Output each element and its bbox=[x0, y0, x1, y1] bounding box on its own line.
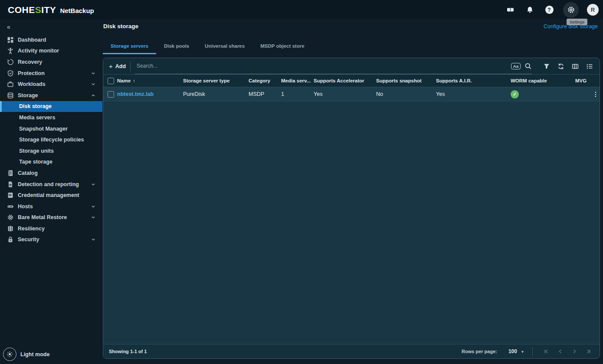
search-input[interactable] bbox=[135, 63, 511, 69]
sidebar-item-catalog[interactable]: Catalog bbox=[0, 167, 102, 179]
match-case-toggle[interactable]: Aa bbox=[511, 63, 521, 69]
help-icon[interactable]: ? bbox=[544, 4, 555, 16]
row-checkbox[interactable] bbox=[108, 91, 114, 98]
add-button[interactable]: + Add bbox=[109, 63, 126, 69]
shield-icon bbox=[7, 70, 14, 77]
sun-icon bbox=[3, 348, 16, 361]
column-header-mvg[interactable]: MVG bbox=[575, 78, 593, 83]
tab-bar: Storage servers Disk pools Universal sha… bbox=[103, 39, 312, 54]
first-page-button[interactable] bbox=[541, 346, 552, 357]
table-toolbar: + Add Aa bbox=[103, 58, 600, 75]
toolbar-divider bbox=[130, 62, 131, 71]
rows-per-page-label: Rows per page: bbox=[462, 349, 497, 354]
previous-page-button[interactable] bbox=[555, 346, 566, 357]
chevron-down-icon bbox=[91, 237, 95, 242]
product-name: NetBackup bbox=[60, 7, 94, 14]
chevron-down-icon bbox=[91, 82, 95, 86]
worm-capable-check-icon: ✓ bbox=[511, 90, 519, 98]
sidebar-item-workloads[interactable]: Workloads bbox=[0, 79, 102, 90]
sidebar-collapse-button[interactable]: « bbox=[0, 20, 17, 33]
search-field: Aa bbox=[135, 58, 532, 74]
chevron-up-icon bbox=[91, 93, 95, 98]
plus-icon: + bbox=[109, 63, 113, 69]
user-avatar[interactable]: R bbox=[587, 4, 599, 16]
sidebar-item-protection[interactable]: Protection bbox=[0, 68, 102, 79]
tab-msdp-object-store[interactable]: MSDP object store bbox=[252, 39, 312, 54]
license-ticket-icon[interactable] bbox=[505, 4, 516, 16]
cell-storage-server-type: PureDisk bbox=[183, 91, 249, 97]
tab-storage-servers[interactable]: Storage servers bbox=[103, 39, 156, 54]
sidebar-item-media-servers[interactable]: Media servers bbox=[0, 112, 102, 123]
sidebar-item-storage-units[interactable]: Storage units bbox=[0, 145, 102, 157]
column-header-supports-accelerator[interactable]: Supports Accelerator bbox=[314, 78, 376, 83]
sidebar-item-tape-storage[interactable]: Tape storage bbox=[0, 157, 102, 168]
last-page-button[interactable] bbox=[583, 346, 594, 357]
cell-supports-accelerator: Yes bbox=[314, 91, 376, 97]
sidebar-item-snapshot-manager[interactable]: Snapshot Manager bbox=[0, 123, 102, 134]
columns-icon[interactable] bbox=[571, 62, 579, 70]
brand-logo: COHESITY NetBackup bbox=[8, 5, 94, 15]
sidebar-item-dashboard[interactable]: Dashboard bbox=[0, 34, 102, 46]
next-page-button[interactable] bbox=[569, 346, 580, 357]
footer-divider bbox=[532, 347, 533, 356]
column-header-storage-server-type[interactable]: Storage server type bbox=[183, 78, 249, 83]
sidebar-item-credential-management[interactable]: Credential management bbox=[0, 190, 102, 201]
credential-key-icon bbox=[7, 192, 14, 199]
sidebar-item-activity-monitor[interactable]: Activity monitor bbox=[0, 46, 102, 57]
gear-wrench-icon bbox=[7, 214, 14, 221]
main-content: Disk storage Configure disk storage Stor… bbox=[102, 20, 603, 364]
sidebar: « Dashboard Activity monitor Recovery Pr… bbox=[0, 20, 102, 364]
column-header-supports-snapshot[interactable]: Supports snapshot bbox=[376, 78, 436, 83]
table-empty-area bbox=[103, 102, 600, 344]
dashboard-icon bbox=[7, 36, 14, 43]
table-row: nbtest.tmz.lab PureDisk MSDP 1 Yes No Ye… bbox=[103, 87, 600, 102]
storage-server-name-link[interactable]: nbtest.tmz.lab bbox=[117, 91, 154, 97]
column-header-media-servers[interactable]: Media serv... bbox=[281, 78, 314, 83]
showing-count: Showing 1-1 of 1 bbox=[109, 349, 147, 354]
sidebar-item-recovery[interactable]: Recovery bbox=[0, 56, 102, 68]
column-header-worm-capable[interactable]: WORM capable bbox=[511, 78, 575, 83]
resiliency-cylinder-icon bbox=[7, 225, 14, 232]
sidebar-item-bare-metal-restore[interactable]: Bare Metal Restore bbox=[0, 212, 102, 223]
storage-servers-table-card: + Add Aa bbox=[103, 58, 600, 359]
rows-per-page-select[interactable]: 100 ▾ bbox=[508, 348, 524, 354]
search-icon[interactable] bbox=[524, 62, 532, 70]
notifications-bell-icon[interactable] bbox=[524, 4, 535, 16]
table-footer: Showing 1-1 of 1 Rows per page: 100 ▾ bbox=[103, 344, 600, 358]
chevron-down-icon bbox=[91, 215, 95, 220]
settings-gear-icon[interactable] bbox=[563, 2, 579, 18]
sidebar-item-hosts[interactable]: Hosts bbox=[0, 201, 102, 212]
tab-universal-shares[interactable]: Universal shares bbox=[197, 39, 252, 54]
settings-tooltip: Settings bbox=[567, 19, 587, 25]
cell-supports-air: Yes bbox=[436, 91, 511, 97]
select-all-checkbox[interactable] bbox=[108, 78, 114, 84]
cell-media-servers: 1 bbox=[281, 91, 314, 97]
lock-icon bbox=[7, 236, 14, 243]
sort-ascending-icon: ↑ bbox=[133, 78, 135, 83]
caret-down-icon: ▾ bbox=[521, 349, 524, 354]
chevron-down-icon bbox=[91, 204, 95, 209]
sidebar-item-detection-and-reporting[interactable]: Detection and reporting bbox=[0, 179, 102, 190]
row-overflow-menu[interactable]: ⋮ bbox=[593, 91, 600, 98]
chevron-down-icon bbox=[91, 71, 95, 75]
light-mode-toggle[interactable]: Light mode bbox=[3, 348, 49, 361]
page-title: Disk storage bbox=[103, 23, 138, 30]
column-header-category[interactable]: Category bbox=[249, 78, 281, 83]
activity-monitor-icon bbox=[7, 47, 14, 54]
cell-category: MSDP bbox=[249, 91, 281, 97]
filter-icon[interactable] bbox=[543, 62, 551, 70]
sidebar-item-disk-storage[interactable]: Disk storage bbox=[0, 101, 102, 112]
column-header-name[interactable]: Name↑ bbox=[117, 78, 183, 83]
tab-disk-pools[interactable]: Disk pools bbox=[156, 39, 197, 54]
refresh-icon[interactable] bbox=[557, 62, 565, 70]
sidebar-item-resiliency[interactable]: Resiliency bbox=[0, 223, 102, 234]
sidebar-item-storage-lifecycle-policies[interactable]: Storage lifecycle policies bbox=[0, 134, 102, 145]
sidebar-item-storage[interactable]: Storage bbox=[0, 90, 102, 101]
list-settings-icon[interactable] bbox=[586, 62, 593, 70]
table-header-row: Name↑ Storage server type Category Media… bbox=[103, 75, 600, 87]
sidebar-item-security[interactable]: Security bbox=[0, 234, 102, 246]
chevron-down-icon bbox=[91, 182, 95, 187]
column-header-supports-air[interactable]: Supports A.I.R. bbox=[436, 78, 511, 83]
host-server-icon bbox=[7, 203, 14, 210]
catalog-notebook-icon bbox=[7, 170, 14, 177]
